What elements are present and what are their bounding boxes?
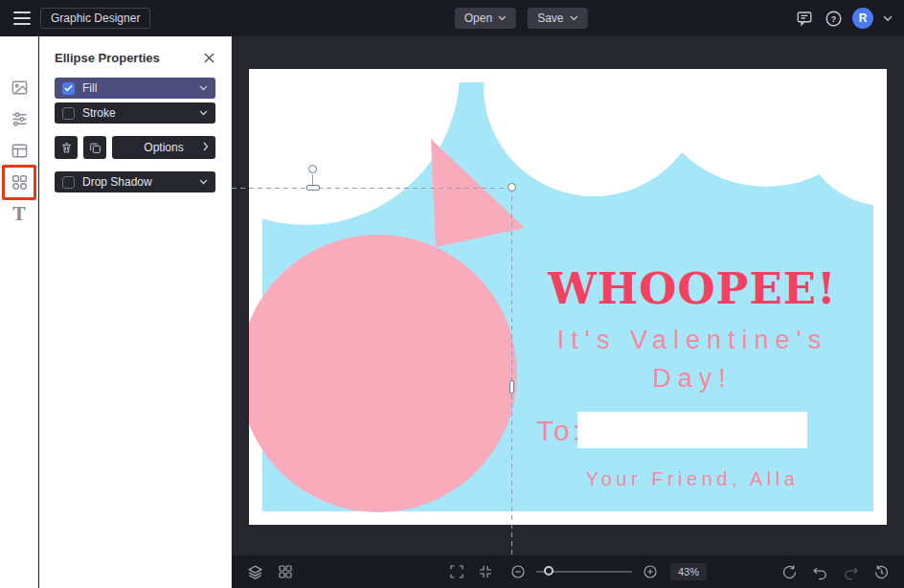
refresh-canvas-button[interactable] bbox=[779, 561, 800, 582]
tool-rail: T bbox=[0, 36, 38, 588]
duplicate-icon bbox=[89, 142, 102, 154]
design-canvas: WHOOPEE! It's Valentine's Day! To: Your … bbox=[249, 69, 887, 525]
adjustments-tool-button[interactable] bbox=[0, 103, 38, 135]
fit-to-screen-button[interactable] bbox=[475, 561, 496, 582]
bottom-toolbar: 43% bbox=[232, 555, 904, 588]
drop-shadow-label: Drop Shadow bbox=[82, 175, 199, 189]
fit-screen-icon bbox=[478, 564, 493, 579]
svg-text:?: ? bbox=[830, 13, 836, 23]
templates-icon bbox=[11, 142, 29, 160]
check-icon bbox=[64, 84, 73, 92]
resize-handle-top[interactable] bbox=[306, 185, 320, 191]
drop-shadow-section-row[interactable]: Drop Shadow bbox=[55, 171, 215, 192]
chevron-down-icon bbox=[569, 15, 577, 21]
undo-button[interactable] bbox=[809, 561, 830, 582]
save-button-label: Save bbox=[537, 11, 563, 25]
headline-text[interactable]: WHOOPEE! bbox=[520, 267, 865, 310]
shapes-tool-button[interactable] bbox=[0, 167, 38, 198]
zoom-out-button[interactable] bbox=[508, 561, 529, 582]
selected-ellipse-shape[interactable] bbox=[249, 235, 517, 512]
zoom-slider[interactable] bbox=[536, 571, 632, 573]
text-tool-button[interactable]: T bbox=[0, 198, 38, 230]
fill-checkbox[interactable] bbox=[62, 82, 75, 95]
chevron-down-icon bbox=[498, 15, 507, 21]
chevron-down-icon bbox=[199, 85, 208, 91]
undo-icon bbox=[812, 564, 828, 580]
shapes-icon bbox=[11, 173, 29, 192]
options-button[interactable]: Options bbox=[112, 136, 215, 159]
chevron-down-icon bbox=[199, 179, 208, 185]
selection-guide-vertical bbox=[511, 188, 512, 555]
stroke-section-row[interactable]: Stroke bbox=[55, 102, 215, 124]
menu-icon[interactable] bbox=[13, 11, 31, 25]
history-icon bbox=[873, 564, 890, 580]
name-field-box[interactable] bbox=[577, 412, 807, 448]
comments-button[interactable] bbox=[795, 9, 814, 28]
layers-button[interactable] bbox=[244, 561, 265, 582]
history-button[interactable] bbox=[870, 561, 892, 582]
redo-button[interactable] bbox=[840, 561, 861, 582]
stroke-label: Stroke bbox=[82, 106, 199, 120]
text-icon: T bbox=[12, 206, 25, 223]
avatar[interactable]: R bbox=[852, 8, 873, 29]
chevron-down-icon[interactable] bbox=[883, 15, 893, 22]
help-button[interactable]: ? bbox=[824, 9, 843, 28]
sync-icon bbox=[781, 564, 798, 580]
delete-button[interactable] bbox=[55, 136, 78, 159]
drop-shadow-checkbox[interactable] bbox=[62, 176, 75, 189]
image-icon bbox=[11, 79, 29, 97]
adjustments-icon bbox=[11, 110, 29, 128]
layers-icon bbox=[247, 564, 263, 580]
zoom-in-button[interactable] bbox=[640, 561, 661, 582]
cloud-shape bbox=[262, 82, 460, 225]
fullscreen-button[interactable] bbox=[446, 561, 467, 582]
properties-panel: Ellipse Properties Fill Stroke bbox=[39, 36, 232, 588]
zoom-out-icon bbox=[510, 564, 526, 579]
fill-label: Fill bbox=[82, 81, 199, 95]
duplicate-button[interactable] bbox=[83, 136, 106, 159]
app-window: Graphic Designer Open Save ? R bbox=[0, 0, 904, 588]
signature-text[interactable]: Your Friend, Alla bbox=[520, 468, 865, 490]
canvas-area: WHOOPEE! It's Valentine's Day! To: Your … bbox=[232, 36, 904, 588]
to-text[interactable]: To: bbox=[536, 415, 583, 447]
open-button[interactable]: Open bbox=[455, 8, 516, 29]
grid-icon bbox=[278, 564, 293, 579]
resize-handle-corner[interactable] bbox=[508, 183, 516, 192]
top-bar: Graphic Designer Open Save ? R bbox=[0, 0, 904, 36]
templates-tool-button[interactable] bbox=[0, 135, 38, 167]
options-label: Options bbox=[144, 141, 183, 154]
rotate-handle[interactable] bbox=[308, 165, 317, 173]
redo-icon bbox=[843, 564, 859, 580]
fullscreen-icon bbox=[449, 564, 464, 579]
fill-section-row[interactable]: Fill bbox=[55, 78, 215, 99]
help-icon: ? bbox=[825, 10, 843, 28]
open-button-label: Open bbox=[464, 11, 492, 25]
resize-handle-right[interactable] bbox=[509, 380, 514, 394]
cloud-shape bbox=[800, 82, 873, 206]
subline-text-1[interactable]: It's Valentine's bbox=[520, 326, 865, 355]
zoom-in-icon bbox=[643, 564, 658, 579]
subline-text-2[interactable]: Day! bbox=[520, 364, 865, 394]
panel-title: Ellipse Properties bbox=[55, 51, 160, 65]
zoom-percentage: 43% bbox=[670, 563, 707, 580]
app-title[interactable]: Graphic Designer bbox=[40, 8, 150, 29]
close-icon bbox=[204, 53, 215, 63]
selection-guide-horizontal bbox=[232, 188, 512, 189]
save-button[interactable]: Save bbox=[528, 8, 587, 29]
trash-icon bbox=[60, 141, 73, 154]
stroke-checkbox[interactable] bbox=[62, 107, 75, 120]
image-tool-button[interactable] bbox=[0, 72, 38, 103]
grid-button[interactable] bbox=[275, 561, 296, 582]
chevron-right-icon bbox=[203, 142, 209, 151]
close-panel-button[interactable] bbox=[202, 52, 215, 65]
chevron-down-icon bbox=[199, 110, 208, 116]
zoom-slider-knob[interactable] bbox=[544, 566, 554, 576]
comments-icon bbox=[796, 10, 813, 27]
